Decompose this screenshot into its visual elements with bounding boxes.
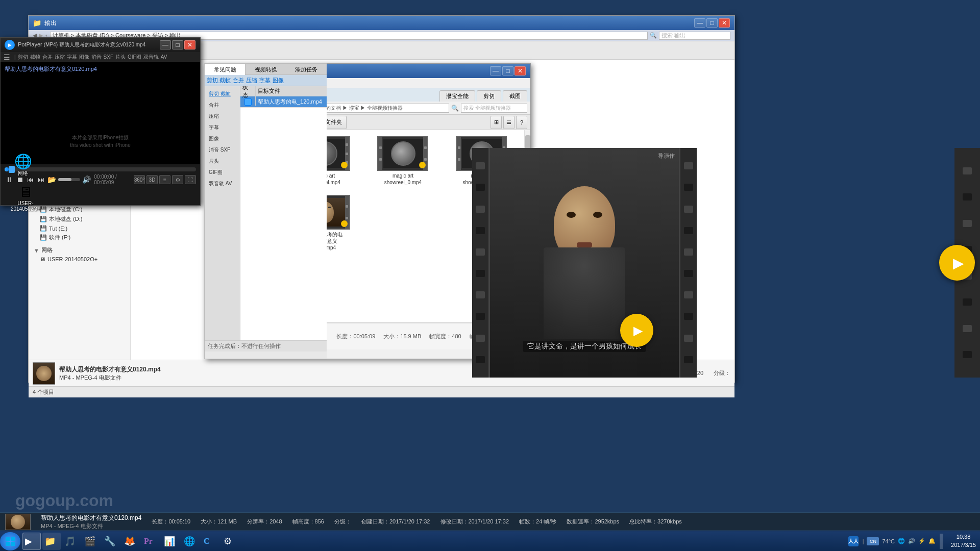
volume-bar[interactable] [58,178,80,181]
desktop-icon-network[interactable]: 🌐 网络 [5,153,41,177]
perf-l-9 [476,335,485,342]
pot-menu-item6[interactable]: 图像 [79,54,89,61]
potplayer-taskbar-icon: ▶ [25,536,32,547]
fullscreen-btn[interactable]: ⛶ [185,175,196,184]
converter-close-btn[interactable]: ✕ [514,66,526,76]
conv-file-item-2[interactable]: magic artshowreel_0.mp4 [366,134,440,188]
task-nav-gif[interactable]: GIF图 [207,167,238,178]
settings-btn[interactable]: ⚙ [172,175,183,184]
view-large-btn[interactable]: ⊞ [491,116,502,129]
tab-cut[interactable]: 剪切 [477,90,501,102]
task-nav-intro[interactable]: 片头 [207,156,238,167]
taskbar-app5[interactable]: C [202,533,220,550]
task-nav-dual[interactable]: 双音轨 AV [207,178,238,189]
pot-menu-item1[interactable]: 剪切 [18,54,28,61]
pot-menu-icon[interactable]: ☰ [4,53,10,61]
taskbar-media[interactable]: 🎵 [62,533,81,550]
pot-menu-item7[interactable]: 消音 [91,54,102,61]
desktop-icon-user[interactable]: 🖥 USER-20140502O+ [5,184,46,212]
taskbar-premiere[interactable]: Pr [142,533,160,550]
task-nav-compress[interactable]: 压缩 [207,111,238,122]
converter-minimize-btn[interactable]: — [490,66,501,76]
subnav-link1[interactable]: 剪切 截帧 [207,77,231,84]
task-tab-add[interactable]: 添加任务 [286,64,327,75]
view-help-btn[interactable]: ? [516,116,527,129]
sidebar-item-c-drive[interactable]: 💾本地磁盘 (C:) [32,205,127,214]
perf-r-3 [684,206,693,213]
task-tab-common[interactable]: 常见问题 [205,64,246,75]
explorer-minimize-btn[interactable]: — [694,18,705,28]
subnav-link3[interactable]: 压缩 [246,77,257,84]
task-nav-cut[interactable]: 剪切 截帧 [207,88,238,99]
task-nav-merge[interactable]: 合并 [207,99,238,111]
taskbar-app3[interactable]: 📊 [162,533,180,550]
subnav-link2[interactable]: 合并 [233,77,244,84]
detail-info: 帮助人思考的电影才有意义0120.mp4 MP4 - MPEG-4 电影文件 [59,365,528,382]
pot-minimize-btn[interactable]: — [160,40,171,49]
pot-menu-item12[interactable]: AV [161,54,167,60]
volume-tray-icon[interactable]: 🔊 [908,538,915,544]
pot-menu-item10[interactable]: GIF图 [128,54,141,61]
taskbar-folder[interactable]: 📁 [42,533,61,550]
taskbar-app1[interactable]: 🎬 [82,533,101,550]
pot-menu-item3[interactable]: 合并 [42,54,53,61]
sidebar-item-d-drive[interactable]: 💾本地磁盘 (D:) [32,214,127,224]
bottom-resolution: 分辨率：2048 [247,518,282,525]
renren-icon[interactable]: 人人 [847,535,860,547]
tab-pob[interactable]: 濮宝全能 [439,90,475,102]
converter-search-input[interactable]: 搜索 全能视频转换器 [461,104,527,113]
playlist-btn[interactable]: ≡ [159,175,170,184]
user-desktop-icon[interactable]: 🖥 USER-20140502O+ [5,184,46,212]
mute-btn[interactable]: 🔊 [82,174,91,185]
right-play-btn[interactable]: ▶ [939,245,975,281]
action-center-icon[interactable]: 🔔 [928,538,936,544]
pot-menu-item4[interactable]: 压缩 [55,54,65,61]
open-btn-pot[interactable]: 📂 [47,174,56,185]
re-perf-3 [963,220,972,227]
pot-menu-item5[interactable]: 字幕 [67,54,77,61]
firefox-taskbar-icon: 🦊 [124,536,135,547]
temperature-display: 74°C [882,538,895,544]
taskbar-app6[interactable]: ⚙ [222,533,240,550]
sidebar-item-e-drive[interactable]: 💾Tut (E:) [32,224,127,233]
preview-play-btn[interactable]: ▶ [620,314,653,347]
task-nav-mute[interactable]: 消音 SXF [207,144,238,156]
taskbar-firefox[interactable]: 🦊 [122,533,140,550]
task-tab-convert[interactable]: 视频转换 [246,64,286,75]
task-nav-image[interactable]: 图像 [207,133,238,144]
explorer-close-btn[interactable]: ✕ [719,18,730,28]
sidebar-item-f-drive[interactable]: 💾软件 (F:) [32,233,127,242]
keyboard-icon[interactable]: CN [867,537,879,545]
pot-maximize-btn[interactable]: □ [172,40,183,49]
taskbar-app2[interactable]: 🔧 [102,533,120,550]
start-button[interactable] [0,532,20,550]
angle-btn[interactable]: 360° [134,175,145,184]
pot-menu-item8[interactable]: SXF [104,54,113,60]
pot-menu-item2[interactable]: 截帧 [30,54,40,61]
converter-maximize-btn[interactable]: □ [502,66,513,76]
tab-screenshot[interactable]: 截图 [503,90,527,102]
show-desktop-btn[interactable] [940,534,943,549]
bottom-thumb [5,514,31,530]
pot-close-btn[interactable]: ✕ [184,40,195,49]
pot-menu-item9[interactable]: 片头 [115,54,126,61]
subnav-link5[interactable]: 图像 [273,77,284,84]
taskbar-app4[interactable]: 🌐 [182,533,200,550]
sidebar-item-network-user[interactable]: 🖥USER-20140502O+ [32,255,127,263]
taskbar-clock[interactable]: 10:38 2017/3/15 [947,533,980,549]
task-file-row[interactable]: 帮助人思考的电_120.mp4 [240,96,327,108]
task-nav-subtitle[interactable]: 字幕 [207,122,238,133]
3d-btn[interactable]: 3D [146,175,158,184]
pot-menu-item11[interactable]: 双音轨 [143,54,159,61]
network-collapse-icon[interactable]: ▼ [34,247,39,254]
subnav-link4[interactable]: 字幕 [259,77,271,84]
view-list-btn[interactable]: ☰ [503,116,514,129]
clock-time: 10:38 [951,533,976,541]
network-desktop-icon[interactable]: 🌐 网络 [5,153,41,177]
media-taskbar-icon: 🎵 [64,536,76,547]
network-tray-icon[interactable]: 🌐 [898,538,905,544]
explorer-maximize-btn[interactable]: □ [706,18,718,28]
taskbar-potplayer[interactable]: ▶ [22,533,41,550]
battery-icon[interactable]: ⚡ [918,538,925,544]
user-label: USER-20140502O+ [5,201,46,212]
